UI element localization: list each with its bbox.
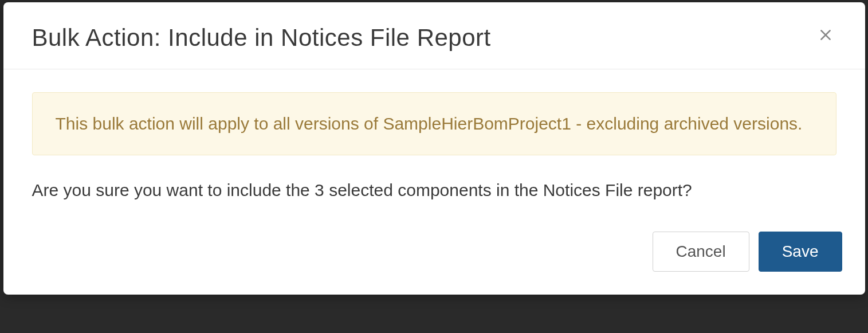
modal-title: Bulk Action: Include in Notices File Rep… bbox=[32, 24, 491, 52]
modal-header: Bulk Action: Include in Notices File Rep… bbox=[3, 2, 865, 69]
save-button[interactable]: Save bbox=[759, 232, 842, 272]
close-icon bbox=[818, 28, 833, 42]
modal-footer: Cancel Save bbox=[3, 214, 865, 295]
modal-overlay: Bulk Action: Include in Notices File Rep… bbox=[0, 0, 868, 333]
close-button[interactable] bbox=[815, 24, 836, 46]
bulk-action-modal: Bulk Action: Include in Notices File Rep… bbox=[3, 2, 865, 295]
confirm-text: Are you sure you want to include the 3 s… bbox=[32, 177, 836, 203]
warning-text: This bulk action will apply to all versi… bbox=[56, 110, 813, 138]
modal-body: This bulk action will apply to all versi… bbox=[3, 69, 865, 214]
cancel-button[interactable]: Cancel bbox=[653, 232, 749, 272]
warning-box: This bulk action will apply to all versi… bbox=[32, 92, 836, 155]
